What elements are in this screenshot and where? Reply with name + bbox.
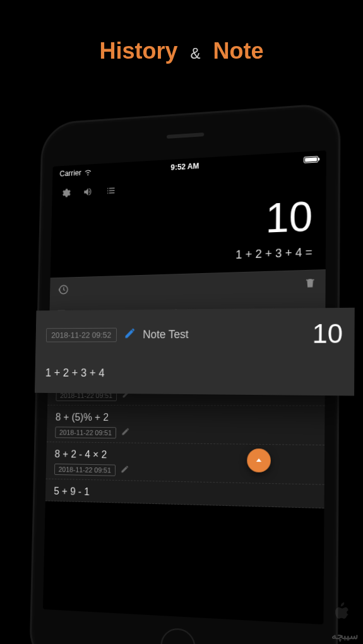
title-ampersand: & — [191, 45, 201, 62]
trash-icon[interactable] — [304, 279, 316, 291]
home-button[interactable] — [160, 628, 196, 644]
history-timestamp: 2018-11-22 09:51 — [54, 464, 116, 476]
edit-note-icon[interactable] — [124, 327, 136, 342]
apple-logo-icon — [334, 602, 350, 621]
title-word-history: History — [99, 38, 177, 64]
note-popup-card[interactable]: 2018-11-22 09:52 Note Test 10 1 + 2 + 3 … — [35, 308, 355, 396]
volume-icon[interactable] — [83, 186, 93, 197]
phone-speaker — [167, 132, 204, 139]
settings-icon[interactable] — [60, 187, 71, 199]
history-item[interactable]: 5 + 9 - 1 — [45, 479, 324, 509]
popup-timestamp: 2018-11-22 09:52 — [46, 327, 117, 342]
carrier-label: Carrier — [59, 168, 81, 178]
list-icon[interactable] — [105, 185, 117, 196]
clock-label: 9:52 AM — [170, 161, 199, 172]
marketing-title: History & Note — [0, 0, 363, 64]
history-expression: 5 + 9 - 1 — [54, 486, 314, 503]
popup-note-text: Note Test — [143, 328, 189, 341]
history-clock-icon[interactable] — [58, 284, 69, 298]
history-item[interactable]: 8 + 2 - 4 × 2 2018-11-22 09:51 — [46, 442, 325, 485]
title-word-note: Note — [213, 38, 264, 64]
history-timestamp: 2018-11-22 09:51 — [55, 426, 116, 438]
edit-note-icon[interactable] — [120, 465, 129, 476]
history-expression: 8 + 2 - 4 × 2 — [54, 448, 315, 464]
history-item[interactable]: 8 + (5)% + 2 2018-11-22 09:51 — [47, 406, 325, 445]
popup-result: 10 — [312, 318, 343, 349]
wifi-icon — [83, 169, 92, 175]
edit-note-icon[interactable] — [121, 427, 129, 438]
history-expression: 8 + (5)% + 2 — [56, 412, 316, 424]
popup-expression: 1 + 2 + 3 + 4 — [45, 366, 343, 381]
battery-icon — [304, 156, 318, 163]
scroll-up-fab[interactable] — [247, 448, 271, 472]
watermark-label: سیبچه — [331, 629, 358, 641]
